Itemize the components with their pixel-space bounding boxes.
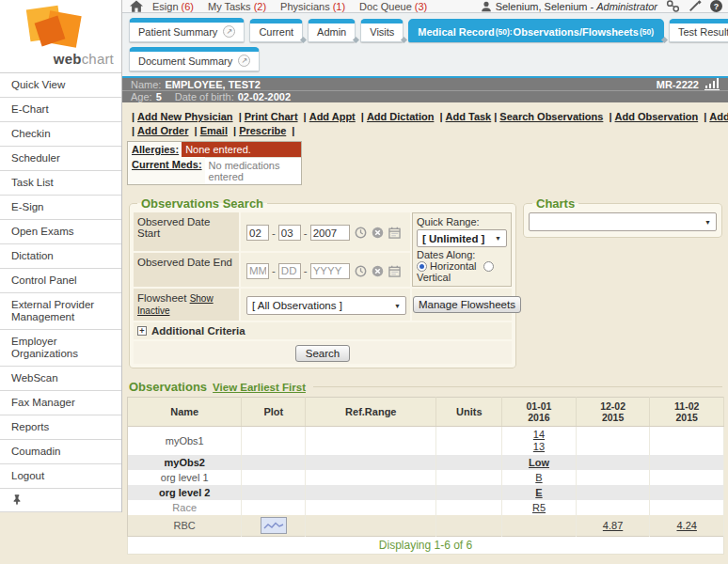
obs-value-link[interactable]: 13 [504, 441, 574, 453]
search-button[interactable]: Search [295, 345, 350, 362]
add-order-link[interactable]: Add Order [137, 125, 188, 136]
search-observations-link[interactable]: Search Observations [499, 111, 603, 122]
time-icon[interactable] [355, 265, 367, 277]
wand-icon[interactable] [688, 0, 702, 12]
end-month-input[interactable] [246, 263, 269, 279]
clear-date-icon[interactable] [372, 227, 384, 239]
col-units: Units [436, 398, 502, 427]
start-year-input[interactable] [310, 225, 350, 241]
charts-select[interactable]: ▼ [529, 212, 717, 231]
print-chart-link[interactable]: Print Chart [245, 111, 298, 122]
add-dictation-link[interactable]: Add Dictation [367, 111, 435, 122]
sidebar-item-quick-view[interactable]: Quick View [0, 73, 121, 98]
flowsheets-count: (50) [640, 27, 654, 37]
radio-vertical[interactable] [483, 261, 494, 272]
tab-medical-record-flowsheets[interactable]: Medical Record(50):Observations/Flowshee… [408, 19, 664, 42]
dates-along-label: Dates Along: [417, 249, 507, 260]
end-year-input[interactable] [310, 263, 350, 279]
add-document-link[interactable]: Add Document [709, 111, 728, 122]
sidebar-item-external-provider-management[interactable]: External Provider Management [0, 293, 121, 330]
calendar-icon[interactable] [388, 227, 401, 239]
obs-value-link[interactable]: Low [529, 457, 549, 468]
end-day-input[interactable] [278, 263, 301, 279]
content-area: |Add New Physician |Print Chart |Add App… [122, 102, 728, 564]
quick-range-panel: Quick Range: [ Unlimited ] ▼ Dates Along… [412, 212, 512, 287]
menu-item-doc-queue[interactable]: Doc Queue(3) [359, 1, 427, 12]
sidebar-item-webscan[interactable]: WebScan [0, 367, 121, 391]
webchart-logo: webchart [0, 0, 121, 73]
manage-flowsheets-button[interactable]: Manage Flowsheets [413, 296, 521, 313]
prescribe-link[interactable]: Prescribe [239, 125, 286, 136]
sidebar-item-open-exams[interactable]: Open Exams [0, 220, 121, 244]
obs-value-link[interactable]: R5 [532, 502, 546, 513]
user-role: Administrator [596, 1, 657, 12]
menu-item-my-tasks[interactable]: My Tasks(2) [208, 1, 266, 12]
patient-age: 5 [156, 91, 162, 102]
tab-patient-summary[interactable]: Patient Summary ↗ [129, 18, 245, 42]
radio-horizontal[interactable] [417, 261, 427, 272]
clear-date-icon[interactable] [372, 265, 384, 277]
observed-date-end-label: Observed Date End [134, 253, 239, 287]
sidebar-item-task-list[interactable]: Task List [0, 171, 121, 196]
obs-name: myObs1 [128, 427, 242, 456]
sidebar-item-reports[interactable]: Reports [0, 415, 121, 440]
popout-icon[interactable]: ↗ [238, 55, 250, 67]
home-icon[interactable] [130, 0, 143, 12]
expand-icon[interactable]: + [137, 326, 147, 336]
allergies-link[interactable]: Allergies: [132, 144, 179, 155]
tab-admin[interactable]: Admin [308, 19, 356, 42]
tab-document-summary[interactable]: Document Summary ↗ [129, 47, 260, 71]
sidebar-pin-button[interactable] [0, 489, 121, 512]
sidebar-item-e-chart[interactable]: E-Chart [0, 98, 121, 122]
email-link[interactable]: Email [200, 125, 228, 136]
physicians-count: (1) [333, 1, 345, 12]
menu-item-physicians[interactable]: Physicians(1) [280, 1, 345, 12]
obs-value-link[interactable]: E [535, 487, 542, 498]
allergies-value: None entered. [182, 142, 301, 157]
add-appt-link[interactable]: Add Appt [309, 111, 356, 122]
menu-item-esign[interactable]: Esign(6) [152, 1, 194, 12]
tab-current[interactable]: Current [249, 19, 303, 42]
start-month-input[interactable] [246, 225, 269, 241]
sidebar-item-scheduler[interactable]: Scheduler [0, 147, 121, 171]
sidebar-item-logout[interactable]: Logout [0, 464, 121, 489]
add-task-link[interactable]: Add Task [446, 111, 492, 122]
sidebar-item-checkin[interactable]: Checkin [0, 122, 121, 147]
quick-range-select[interactable]: [ Unlimited ] ▼ [417, 229, 507, 247]
add-observation-link[interactable]: Add Observation [615, 111, 699, 122]
patient-mr-number: MR-2222 [657, 79, 699, 90]
time-icon[interactable] [355, 227, 367, 239]
obs-value-link[interactable]: 4.24 [676, 520, 696, 531]
start-day-input[interactable] [278, 225, 301, 241]
tab-test-results[interactable]: Test Results [669, 19, 728, 42]
search-button-row: Search [134, 341, 512, 364]
sparkline-plot-icon[interactable] [261, 517, 287, 534]
calendar-icon[interactable] [388, 265, 401, 277]
pushpin-icon [11, 494, 112, 506]
view-earliest-first-link[interactable]: View Earliest First [213, 382, 306, 393]
flowsheet-select[interactable]: [ All Observations ] ▼ [246, 296, 406, 315]
sidebar-item-fax-manager[interactable]: Fax Manager [0, 391, 121, 415]
obs-value-link[interactable]: 4.87 [603, 520, 623, 531]
help-icon[interactable]: ? [710, 0, 722, 12]
obs-value-link[interactable]: 14 [504, 429, 574, 441]
add-new-physician-link[interactable]: Add New Physician [137, 111, 232, 122]
popout-icon[interactable]: ↗ [223, 25, 235, 38]
sidebar-item-coumadin[interactable]: Coumadin [0, 440, 121, 464]
link-chain-icon[interactable] [666, 0, 680, 12]
growth-chart-icon[interactable] [704, 78, 720, 90]
col-date-1: 01-012016 [502, 398, 577, 427]
sidebar-item-employer-organizations[interactable]: Employer Organizations [0, 330, 121, 367]
sidebar-item-control-panel[interactable]: Control Panel [0, 269, 121, 293]
sidebar-item-dictation[interactable]: Dictation [0, 244, 121, 269]
my-tasks-count: (2) [254, 1, 266, 12]
sidebar-item-e-sign[interactable]: E-Sign [0, 196, 121, 220]
user-menu[interactable]: Selenium, Selenium - Administrator [481, 1, 657, 12]
additional-criteria-row: + Additional Criteria [134, 322, 512, 339]
main-area: Esign(6) My Tasks(2) Physicians(1) Doc Q… [122, 0, 728, 564]
tab-visits[interactable]: Visits [360, 19, 404, 42]
allergies-meds-box: Allergies: None entered. Current Meds: N… [127, 141, 302, 185]
flowsheet-label-cell: Flowsheet Show Inactive [134, 289, 239, 321]
obs-value-link[interactable]: B [535, 472, 542, 483]
current-meds-link[interactable]: Current Meds: [132, 159, 202, 170]
